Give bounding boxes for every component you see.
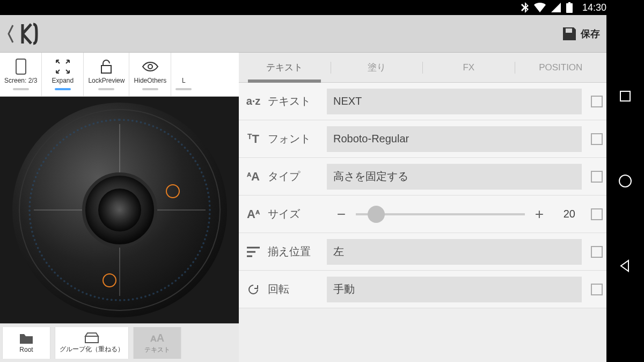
wifi-icon: [534, 3, 546, 12]
slider-plus-icon[interactable]: +: [531, 206, 547, 223]
prop-row-align: 揃え位置 左: [239, 233, 606, 271]
size-value: 20: [554, 208, 575, 220]
property-list: a·z テキスト NEXT TT フォント Roboto-Regular ᴀA …: [239, 83, 606, 362]
prop-checkbox[interactable]: [591, 96, 603, 107]
btab-label: グループ化（重ねる）: [60, 345, 124, 354]
preview-canvas[interactable]: [0, 97, 239, 323]
prop-label: タイプ: [268, 169, 327, 184]
svg-point-3: [148, 64, 152, 69]
expand-icon: [55, 59, 70, 74]
prop-row-rotate: 回転 手動: [239, 271, 606, 308]
text-az-icon: a·z: [239, 95, 268, 107]
tool-label: L: [182, 77, 186, 84]
tool-more[interactable]: L: [171, 53, 196, 96]
slider-thumb[interactable]: [368, 206, 385, 223]
slider-minus-icon[interactable]: −: [333, 206, 349, 223]
save-button[interactable]: 保存: [561, 26, 600, 42]
android-status-bar: 14:30: [0, 0, 644, 15]
folder-icon: [19, 333, 34, 345]
recent-apps-icon[interactable]: [619, 90, 632, 103]
tool-label: HideOthers: [134, 77, 167, 84]
prop-row-size: Aᴀ サイズ − + 20: [239, 196, 606, 233]
ptab-position[interactable]: POSITION: [515, 54, 607, 82]
prop-label: フォント: [268, 132, 327, 146]
status-time: 14:30: [582, 2, 606, 13]
prop-label: サイズ: [268, 207, 327, 221]
btab-label: テキスト: [144, 345, 170, 354]
prop-checkbox[interactable]: [591, 133, 603, 145]
tool-label: LockPreview: [88, 77, 125, 84]
btab-label: Root: [19, 346, 33, 353]
save-label: 保存: [581, 27, 600, 40]
dial-widget: [12, 103, 227, 317]
prop-checkbox[interactable]: [591, 284, 603, 295]
text-aa-icon: ᴀA: [150, 331, 164, 344]
bluetooth-icon: [521, 2, 529, 13]
align-icon: [239, 247, 268, 257]
prop-checkbox[interactable]: [591, 208, 603, 220]
back-icon[interactable]: [619, 259, 632, 272]
size-aa-icon: Aᴀ: [239, 207, 268, 221]
prop-row-font: TT フォント Roboto-Regular: [239, 120, 606, 158]
rotate-icon: [239, 283, 268, 296]
prop-checkbox[interactable]: [591, 246, 603, 258]
back-chevron-icon[interactable]: [6, 23, 15, 45]
property-tabs: テキスト 塗り FX POSITION: [239, 53, 606, 83]
home-icon[interactable]: [618, 174, 632, 188]
app-logo-icon: [19, 22, 43, 46]
prop-checkbox[interactable]: [591, 171, 603, 183]
top-toolbar: Screen: 2/3 Expand LockPreview HideOther…: [0, 53, 239, 97]
tool-hideothers[interactable]: HideOthers: [129, 53, 171, 96]
tool-label: Expand: [52, 77, 74, 84]
type-aa-icon: ᴀA: [239, 170, 268, 184]
font-tt-icon: TT: [239, 132, 268, 146]
btab-text[interactable]: ᴀA テキスト: [133, 327, 181, 359]
svg-rect-0: [620, 91, 630, 101]
prop-row-text: a·z テキスト NEXT: [239, 83, 606, 120]
prop-label: 回転: [268, 282, 327, 296]
prop-row-type: ᴀA タイプ 高さを固定する: [239, 158, 606, 196]
ptab-fill[interactable]: 塗り: [331, 53, 423, 82]
prop-label: テキスト: [268, 94, 327, 108]
svg-rect-2: [16, 59, 26, 74]
stack-icon: [84, 332, 99, 344]
editor-left-pane: Screen: 2/3 Expand LockPreview HideOther…: [0, 53, 239, 362]
battery-icon: [566, 2, 573, 13]
cellular-icon: [551, 3, 561, 12]
lock-icon: [100, 59, 113, 74]
ptab-fx[interactable]: FX: [423, 54, 515, 82]
prop-value-align[interactable]: 左: [327, 239, 582, 265]
svg-point-1: [619, 175, 631, 187]
ptab-text[interactable]: テキスト: [239, 53, 331, 82]
prop-value-type[interactable]: 高さを固定する: [327, 164, 582, 190]
tool-expand[interactable]: Expand: [42, 53, 84, 96]
tool-screen[interactable]: Screen: 2/3: [0, 53, 42, 96]
save-icon: [561, 26, 577, 42]
properties-pane: テキスト 塗り FX POSITION a·z テキスト NEXT TT フォン…: [239, 53, 606, 362]
app-topbar: 保存: [0, 15, 606, 53]
btab-root[interactable]: Root: [2, 327, 50, 359]
prop-value-rotate[interactable]: 手動: [327, 277, 582, 302]
android-nav-bar: [606, 0, 644, 362]
tool-label: Screen: 2/3: [4, 77, 37, 84]
app-frame: 保存 Screen: 2/3 Expand LockPreview: [0, 15, 606, 362]
prop-value-font[interactable]: Roboto-Regular: [327, 126, 582, 152]
btab-group[interactable]: グループ化（重ねる）: [55, 327, 129, 359]
eye-icon: [142, 61, 159, 72]
layer-breadcrumb: Root グループ化（重ねる） ᴀA テキスト: [0, 323, 239, 362]
screen-icon: [16, 59, 26, 75]
tool-lockpreview[interactable]: LockPreview: [84, 53, 129, 96]
prop-label: 揃え位置: [268, 244, 327, 259]
size-slider[interactable]: − + 20: [327, 206, 582, 223]
prop-value-text[interactable]: NEXT: [327, 89, 582, 114]
